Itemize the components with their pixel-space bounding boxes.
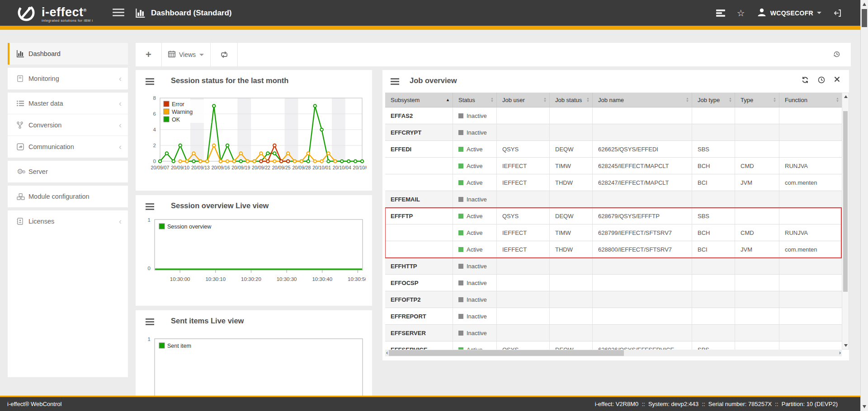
panel-menu-icon[interactable] (391, 78, 399, 86)
table-cell: IEFFECT (497, 158, 550, 174)
table-cell (593, 291, 692, 308)
table-cell: EFFREPORT (385, 308, 453, 324)
sort-arrows-icon[interactable]: ▲▼ (836, 97, 839, 103)
table-row[interactable]: EFFREPORTInactive (385, 308, 842, 325)
scroll-left-icon[interactable]: ‹ (386, 349, 388, 356)
refresh-icon[interactable] (802, 76, 809, 84)
scrollbar-thumb[interactable] (389, 350, 624, 356)
table-cell: EFFOCSP (385, 275, 453, 291)
table-cell: BCH (692, 158, 735, 174)
sidebar-separator (8, 207, 128, 210)
session-live-chart[interactable]: 1010:30:0010:30:1010:30:2010:30:3010:30:… (137, 217, 366, 289)
status-label: Inactive (467, 112, 487, 119)
table-cell: Active (453, 208, 497, 224)
sidebar-item-label: Server (28, 168, 48, 175)
page-scrollbar[interactable] (860, 0, 868, 411)
sort-arrows-icon[interactable]: ▲ (446, 98, 450, 102)
svg-text:20/09/25: 20/09/25 (272, 165, 291, 170)
sort-arrows-icon[interactable]: ▲▼ (773, 97, 776, 103)
sort-arrows-icon[interactable]: ▲▼ (686, 97, 689, 103)
menu-toggle-icon[interactable] (113, 9, 124, 18)
column-header-type[interactable]: Type▲▼ (735, 93, 779, 107)
table-cell: DEQW (550, 208, 593, 224)
panel-title: Session overview Live view (171, 201, 269, 210)
svg-text:10:30:10: 10:30:10 (205, 276, 226, 282)
scroll-right-icon[interactable]: › (839, 349, 841, 356)
sidebar-item-server[interactable]: ⚙⚙Server (8, 161, 128, 182)
status-label: Inactive (467, 196, 487, 203)
table-row[interactable]: EFFAS2Inactive (385, 107, 842, 124)
table-row[interactable]: ActiveIEFFECTTIMW628799/IEFFECT/SFTSRV7B… (385, 224, 842, 241)
panel-menu-icon[interactable] (146, 203, 154, 211)
sidebar-item-licenses[interactable]: Licenses‹ (8, 210, 128, 232)
panel-menu-icon[interactable] (146, 318, 154, 327)
table-row[interactable]: EFFFTPActiveQSYSDEQW628679/QSYS/EFFFTPSB… (385, 208, 842, 224)
table-row[interactable]: EFFHTTPInactive (385, 258, 842, 275)
views-dropdown-button[interactable]: Views (162, 43, 211, 66)
sidebar-item-dashboard[interactable]: Dashboard (8, 43, 128, 65)
scrollbar-thumb[interactable] (843, 111, 848, 292)
scroll-up-icon[interactable] (844, 95, 848, 98)
sidebar-item-communication[interactable]: Communication‹ (8, 136, 128, 158)
scrollbar-thumb[interactable] (862, 9, 867, 27)
table-horizontal-scrollbar[interactable]: ‹ › (385, 350, 842, 356)
column-header-job-name[interactable]: Job name▲▼ (593, 93, 692, 107)
table-cell (735, 275, 779, 291)
scroll-down-icon[interactable] (844, 344, 848, 347)
sort-arrows-icon[interactable]: ▲▼ (543, 97, 547, 103)
table-cell (497, 124, 550, 140)
table-vertical-scrollbar[interactable] (842, 93, 849, 350)
panel-menu-icon[interactable] (146, 78, 154, 86)
column-header-job-type[interactable]: Job type▲▼ (692, 93, 735, 107)
footer-product-label: i-effect® WebControl (7, 401, 61, 407)
table-cell (497, 275, 550, 291)
table-row[interactable]: EFFCRYPTInactive (385, 124, 842, 141)
table-row[interactable]: EFFOFTP2Inactive (385, 291, 842, 308)
status-square-icon (458, 297, 463, 302)
sidebar-item-monitoring[interactable]: Monitoring‹ (8, 68, 128, 89)
reload-widgets-button[interactable] (211, 43, 238, 66)
column-header-job-user[interactable]: Job user▲▼ (497, 93, 550, 107)
logo-title: i-effect (42, 5, 84, 19)
table-row[interactable]: ActiveIEFFECTTHDW628800/IEFFECT/SFTSRV7B… (385, 241, 842, 258)
table-row[interactable]: EFFEDIActiveQSYSDEQW626625/QSYS/EFFEDISB… (385, 141, 842, 158)
table-row[interactable]: EFFOCSPInactive (385, 275, 842, 291)
job-table-header: Subsystem▲Status▲▼Job user▲▼Job status▲▼… (385, 93, 842, 107)
svg-text:6: 6 (153, 111, 156, 117)
table-row[interactable]: EFFSERVERInactive (385, 325, 842, 341)
scroll-down-icon[interactable] (863, 405, 866, 408)
table-cell (779, 341, 842, 350)
table-cell: BCH (692, 224, 735, 241)
sort-arrows-icon[interactable]: ▲▼ (491, 97, 494, 103)
table-row[interactable]: ActiveIEFFECTTHDW628247/IEFFECT/MAPCLTBC… (385, 174, 842, 191)
table-row[interactable]: EFFEMAILInactive (385, 191, 842, 208)
svg-text:Warning: Warning (172, 109, 193, 115)
user-menu[interactable]: WCQSECOFR (757, 7, 821, 19)
sidebar-item-conversion[interactable]: Conversion‹ (8, 114, 128, 136)
footer-system-info: i-effect: V2R8M0 :: System: devp2:443 ::… (595, 401, 838, 407)
column-header-status[interactable]: Status▲▼ (453, 93, 497, 107)
sort-arrows-icon[interactable]: ▲▼ (729, 97, 732, 103)
table-cell: EFFOFTP2 (385, 291, 453, 308)
column-header-subsystem[interactable]: Subsystem▲ (385, 93, 453, 107)
table-cell: DEQW (550, 341, 593, 350)
table-row[interactable]: EFFSERVICEActiveQSYSDEQW626926/QSYS/EFFS… (385, 341, 842, 350)
add-widget-button[interactable]: + (136, 43, 162, 66)
sidebar-item-label: Master data (28, 100, 63, 107)
sidebar-item-module-configuration[interactable]: Module configuration (8, 186, 128, 207)
column-header-job-status[interactable]: Job status▲▼ (550, 93, 593, 107)
list-icon[interactable] (716, 9, 725, 17)
sidebar-item-master-data[interactable]: Master data‹ (8, 93, 128, 114)
close-icon[interactable] (834, 76, 840, 84)
scroll-up-icon[interactable] (863, 3, 866, 6)
column-header-function[interactable]: Function▲▼ (779, 93, 842, 107)
table-cell: 628679/QSYS/EFFFTP (593, 208, 692, 224)
favorites-star-icon[interactable]: ☆ (737, 9, 745, 18)
sort-arrows-icon[interactable]: ▲▼ (586, 97, 590, 103)
sent-items-chart[interactable]: 1Sent item (137, 332, 366, 396)
session-status-chart[interactable]: 0246820/09/0720/09/1020/09/1320/09/1620/… (138, 93, 367, 188)
logout-icon[interactable] (833, 9, 842, 18)
clock-icon[interactable] (818, 76, 825, 84)
table-row[interactable]: ActiveIEFFECTTIMW628245/IEFFECT/MAPCLTBC… (385, 158, 842, 174)
history-button[interactable] (833, 50, 841, 60)
